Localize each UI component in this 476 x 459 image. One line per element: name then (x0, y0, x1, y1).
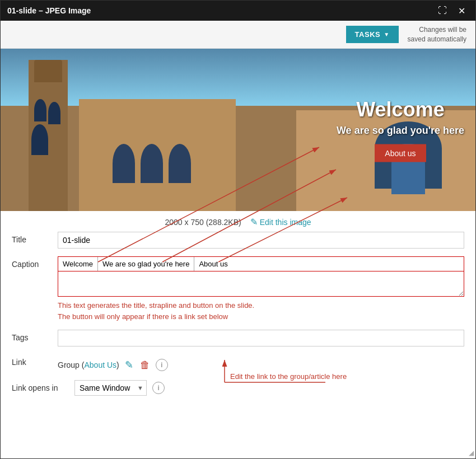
slide-text-overlay: Welcome We are so glad you're here About… (337, 98, 464, 162)
title-bar: 01-slide – JPEG Image ⛶ ✕ (1, 1, 475, 21)
link-type: Group (About Us) (58, 360, 119, 369)
title-label: Title (12, 232, 51, 244)
slide-title: Welcome (337, 98, 464, 121)
edit-image-label: Edit this image (260, 218, 311, 227)
image-info-row: 2000 x 750 (288.2KB) ✎ Edit this image (1, 211, 475, 232)
link-target[interactable]: About Us (84, 360, 116, 369)
auto-save-notice: Changes will be saved automatically (408, 25, 466, 44)
link-annotation-text: Edit the link to the group/article here (230, 372, 347, 381)
title-bar-controls: ⛶ ✕ (435, 4, 469, 17)
delete-link-button[interactable]: 🗑 (139, 358, 151, 372)
edit-image-link[interactable]: ✎ Edit this image (250, 217, 311, 227)
link-content: Group (About Us) ✎ 🗑 i (58, 354, 168, 372)
tasks-button[interactable]: TASKS ▼ (346, 26, 399, 43)
link-opens-controls: Same Window New Window ▼ i (74, 380, 165, 396)
edit-link-button[interactable]: ✎ (124, 358, 134, 372)
caption-hint-line2: The button will only appear if there is … (58, 311, 464, 322)
link-label: Link (12, 354, 51, 367)
toolbar: TASKS ▼ Changes will be saved automatica… (1, 21, 475, 49)
main-window: 01-slide – JPEG Image ⛶ ✕ TASKS ▼ Change… (0, 0, 476, 459)
window-title: 01-slide – JPEG Image (7, 6, 91, 15)
link-opens-row: Link opens in Same Window New Window ▼ i (12, 380, 464, 396)
caption-row: Caption Welcome We are so glad you're he… (12, 256, 464, 322)
link-row: Link Group (About Us) ✎ 🗑 i (12, 354, 464, 372)
caption-seg-welcome: Welcome (58, 257, 98, 271)
link-opens-label: Link opens in (12, 380, 68, 392)
expand-button[interactable]: ⛶ (435, 4, 450, 17)
caption-textarea[interactable] (58, 271, 464, 297)
tags-input[interactable] (58, 330, 464, 346)
tags-row: Tags (12, 330, 464, 346)
tasks-chevron: ▼ (384, 31, 389, 38)
link-info-icon: i (156, 359, 168, 371)
tasks-label: TASKS (355, 30, 381, 39)
caption-hint-line1: This text generates the title, strapline… (58, 300, 464, 311)
link-opens-select-wrapper: Same Window New Window ▼ (74, 380, 147, 396)
caption-label: Caption (12, 256, 51, 269)
link-opens-select[interactable]: Same Window New Window (74, 380, 147, 396)
title-row: Title (12, 232, 464, 249)
auto-save-line1: Changes will be (408, 25, 466, 35)
image-dimensions: 2000 x 750 (288.2KB) (165, 218, 241, 227)
close-button[interactable]: ✕ (455, 4, 469, 17)
form-area: Title Caption Welcome We are so glad you… (1, 232, 475, 415)
image-preview: Welcome We are so glad you're here About… (1, 49, 475, 211)
slide-cta-button[interactable]: About us (375, 144, 426, 162)
caption-seg-button: About us (194, 257, 232, 271)
content-area: Welcome We are so glad you're here About… (1, 49, 475, 458)
tags-label: Tags (12, 330, 51, 342)
auto-save-line2: saved automatically (408, 35, 466, 44)
link-opens-info-icon: i (152, 382, 165, 394)
title-input[interactable] (58, 232, 464, 249)
caption-hint: This text generates the title, strapline… (58, 300, 464, 322)
slide-strapline: We are so glad you're here (337, 125, 464, 137)
caption-container: Welcome We are so glad you're here About… (58, 256, 464, 322)
caption-seg-strapline: We are so glad you're here (98, 257, 194, 271)
edit-pencil-icon: ✎ (250, 217, 258, 227)
